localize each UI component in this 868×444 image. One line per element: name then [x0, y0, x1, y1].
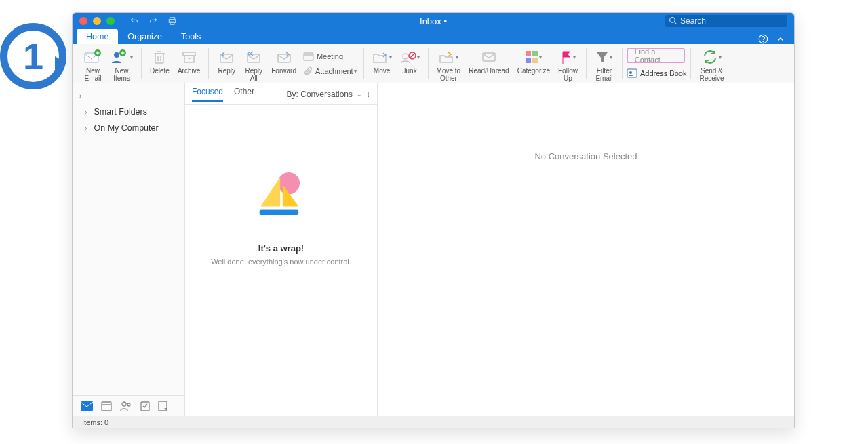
tab-home[interactable]: Home — [77, 29, 118, 44]
tasks-nav-icon[interactable] — [140, 401, 150, 411]
read-unread-button[interactable]: Read/Unread — [465, 47, 513, 75]
svg-rect-39 — [102, 402, 111, 411]
redo-icon[interactable] — [149, 16, 158, 26]
tab-tools[interactable]: Tools — [172, 29, 210, 44]
focused-tab[interactable]: Focused — [192, 87, 223, 102]
people-nav-icon[interactable] — [120, 401, 132, 411]
attachment-button[interactable]: Attachment▾ — [300, 64, 359, 78]
move-button[interactable]: ▾ Move — [368, 47, 396, 75]
svg-rect-21 — [184, 56, 194, 62]
svg-rect-36 — [627, 69, 637, 77]
callout-step-badge: 1 — [0, 23, 66, 89]
sidebar-expander[interactable]: › — [73, 87, 184, 104]
mail-nav-icon[interactable] — [81, 401, 93, 411]
quick-access-toolbar — [130, 16, 177, 26]
filter-email-button[interactable]: ▾ Filter Email — [591, 47, 618, 82]
archive-button[interactable]: Archive — [174, 47, 204, 75]
window-minimize-button[interactable] — [93, 17, 101, 25]
body: › › Smart Folders › On My Computer Focus… — [73, 83, 794, 416]
traffic-lights — [73, 17, 115, 25]
other-tab[interactable]: Other — [234, 87, 254, 102]
svg-point-46 — [277, 172, 299, 194]
junk-button[interactable]: ▾ Junk — [396, 47, 424, 75]
forward-button[interactable]: Forward — [267, 47, 300, 75]
undo-icon[interactable] — [130, 16, 139, 26]
empty-subtitle: Well done, everything's now under contro… — [211, 258, 351, 266]
app-window: Inbox • Home Organize Tools New Email ▾ … — [72, 12, 795, 428]
svg-rect-25 — [278, 54, 290, 62]
svg-rect-35 — [532, 58, 538, 63]
svg-rect-31 — [483, 53, 495, 61]
message-list-header: Focused Other By: Conversations⌄ ↓ — [185, 83, 377, 105]
reply-button[interactable]: Reply — [213, 47, 240, 75]
meeting-button[interactable]: Meeting — [300, 49, 359, 63]
categorize-button[interactable]: ▾ Categorize — [513, 47, 554, 75]
new-email-button[interactable]: New Email — [79, 47, 106, 82]
window-close-button[interactable] — [79, 17, 87, 25]
svg-marker-50 — [259, 210, 298, 215]
nav-switcher — [73, 395, 184, 416]
svg-point-41 — [122, 402, 126, 406]
svg-point-42 — [127, 403, 130, 406]
collapse-ribbon-icon[interactable] — [776, 35, 785, 43]
search-icon — [669, 16, 677, 25]
item-count: Items: 0 — [82, 418, 108, 426]
svg-rect-15 — [155, 54, 163, 63]
sailboat-illustration — [251, 166, 312, 227]
sort-by-button[interactable]: By: Conversations⌄ ↓ — [287, 89, 370, 99]
sort-direction-icon[interactable]: ↓ — [366, 89, 370, 99]
svg-line-4 — [674, 22, 676, 24]
help-icon[interactable] — [758, 34, 768, 44]
svg-rect-32 — [526, 51, 531, 56]
svg-point-3 — [670, 18, 675, 23]
message-list: Focused Other By: Conversations⌄ ↓ It's … — [185, 83, 378, 416]
svg-rect-38 — [81, 401, 93, 411]
move-to-other-button[interactable]: ▾ Move to Other — [433, 47, 465, 82]
tab-organize[interactable]: Organize — [118, 29, 172, 44]
reading-pane: No Conversation Selected — [378, 83, 794, 416]
status-bar: Items: 0 — [73, 416, 794, 428]
svg-point-37 — [629, 71, 632, 74]
svg-rect-34 — [526, 58, 531, 63]
svg-point-6 — [763, 41, 764, 42]
svg-rect-23 — [220, 54, 233, 62]
ribbon-tabs: Home Organize Tools — [73, 29, 794, 44]
svg-rect-26 — [304, 53, 313, 60]
new-items-button[interactable]: ▾ New Items — [106, 47, 137, 82]
find-contact-input[interactable]: |Find a Contact — [627, 48, 685, 63]
svg-point-28 — [403, 54, 408, 59]
svg-line-30 — [410, 53, 415, 58]
print-icon[interactable] — [167, 16, 177, 26]
search-input[interactable] — [665, 15, 787, 27]
notes-nav-icon[interactable] — [158, 401, 167, 411]
svg-point-11 — [114, 52, 119, 58]
title-bar: Inbox • — [73, 13, 794, 29]
reply-all-button[interactable]: Reply All — [240, 47, 267, 82]
svg-marker-47 — [260, 177, 280, 206]
follow-up-button[interactable]: ▾ Follow Up — [554, 47, 582, 82]
empty-state: It's a wrap! Well done, everything's now… — [185, 105, 377, 416]
address-book-button[interactable]: Address Book — [627, 68, 686, 78]
sidebar-on-my-computer[interactable]: › On My Computer — [73, 120, 184, 136]
svg-rect-33 — [532, 51, 538, 56]
search-wrapper — [665, 15, 787, 27]
delete-button[interactable]: Delete — [146, 47, 174, 75]
empty-title: It's a wrap! — [258, 243, 304, 254]
reading-empty-text: No Conversation Selected — [534, 151, 637, 161]
send-receive-button[interactable]: ▾ Send & Receive — [695, 47, 728, 82]
window-zoom-button[interactable] — [106, 17, 115, 25]
window-title: Inbox • — [420, 16, 447, 26]
sidebar-smart-folders[interactable]: › Smart Folders — [73, 104, 184, 120]
calendar-nav-icon[interactable] — [101, 401, 112, 411]
folder-sidebar: › › Smart Folders › On My Computer — [73, 83, 185, 416]
ribbon: New Email ▾ New Items Delete Archive Rep… — [73, 44, 794, 83]
